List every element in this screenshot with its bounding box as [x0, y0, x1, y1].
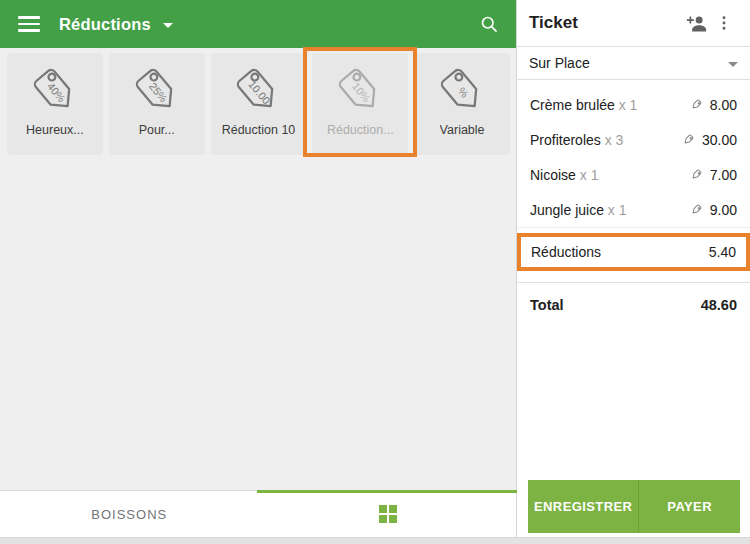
item-price: 30.00	[702, 132, 737, 148]
category-dropdown[interactable]: Réductions	[59, 15, 173, 34]
ticket-title: Ticket	[529, 13, 682, 33]
kebab-menu-icon	[715, 14, 733, 32]
svg-text:%: %	[456, 85, 472, 100]
item-qty: x 3	[605, 132, 624, 148]
pay-button[interactable]: PAYER	[639, 480, 740, 533]
item-name: Nicoise	[530, 167, 576, 183]
discount-tile-heureux[interactable]: 40% Heureux...	[8, 54, 102, 154]
pos-app: Réductions 40% Heureux...	[0, 0, 750, 544]
save-button[interactable]: ENREGISTRER	[528, 480, 639, 533]
search-button[interactable]	[473, 8, 505, 40]
discount-tile-grid: 40% Heureux... 25% Pour...	[0, 48, 517, 160]
discount-tile-label: Pour...	[139, 123, 175, 137]
discount-tile-pour[interactable]: 25% Pour...	[110, 54, 204, 154]
total-row: Total 48.60	[517, 283, 750, 327]
item-name: Jungle juice	[530, 202, 604, 218]
grid-icon	[379, 505, 397, 523]
bottom-edge-strip	[0, 537, 750, 544]
discount-tag-icon	[681, 132, 696, 147]
item-qty: x 1	[580, 167, 599, 183]
page-tab-bar: BOISSONS	[0, 490, 517, 537]
discount-tag-icon	[689, 167, 704, 182]
price-tag-icon: 10.00	[228, 60, 288, 122]
total-label: Total	[530, 297, 701, 313]
item-price: 9.00	[710, 202, 737, 218]
discount-tile-label: Heureux...	[26, 123, 84, 137]
item-name: Profiteroles	[530, 132, 601, 148]
ticket-item-row[interactable]: Crème brulée x 1 8.00	[517, 87, 750, 122]
divider	[517, 227, 750, 228]
ticket-item-row[interactable]: Nicoise x 1 7.00	[517, 157, 750, 192]
ticket-panel: Ticket Sur Place Crème brulée x 1	[516, 0, 750, 537]
chevron-down-icon	[163, 23, 173, 28]
discounts-label: Réductions	[531, 244, 709, 260]
discount-tile-label: Réduction 10	[222, 123, 296, 137]
total-amount: 48.60	[701, 297, 737, 313]
discount-tile-variable[interactable]: % Variable	[415, 54, 509, 154]
order-type-select[interactable]: Sur Place	[517, 47, 750, 80]
discount-tile-label: Variable	[440, 123, 485, 137]
price-tag-icon: 25%	[127, 60, 187, 122]
tab-label: BOISSONS	[91, 507, 167, 522]
app-bar: Réductions	[0, 0, 517, 48]
person-add-icon	[686, 13, 707, 34]
item-price: 8.00	[710, 97, 737, 113]
ticket-item-list: Crème brulée x 1 8.00 Profiteroles x 3 3…	[517, 80, 750, 227]
discount-tile-reduction-applied[interactable]: 10% Réduction...	[313, 54, 407, 154]
add-customer-button[interactable]	[682, 9, 710, 37]
discounts-total-row-highlighted[interactable]: Réductions 5.40	[517, 233, 750, 271]
discount-tile-label: Réduction...	[327, 123, 394, 137]
active-tab-indicator	[257, 490, 517, 493]
order-type-value: Sur Place	[529, 55, 728, 71]
item-qty: x 1	[608, 202, 627, 218]
item-qty: x 1	[619, 97, 638, 113]
tab-grid-active[interactable]	[259, 491, 518, 537]
price-tag-icon: 10%	[330, 60, 390, 122]
discounts-panel: Réductions 40% Heureux...	[0, 0, 517, 537]
page-title: Réductions	[59, 15, 151, 34]
menu-icon[interactable]	[18, 12, 40, 36]
discount-tag-icon	[689, 97, 704, 112]
ticket-item-row[interactable]: Profiteroles x 3 30.00	[517, 122, 750, 157]
chevron-down-icon	[728, 62, 738, 67]
ticket-menu-button[interactable]	[710, 9, 738, 37]
tab-boissons[interactable]: BOISSONS	[0, 491, 259, 537]
ticket-action-buttons: ENREGISTRER PAYER	[528, 480, 740, 533]
search-icon	[479, 14, 499, 34]
item-name: Crème brulée	[530, 97, 615, 113]
discounts-amount: 5.40	[709, 244, 736, 260]
discount-tag-icon	[689, 202, 704, 217]
price-tag-icon: %	[432, 60, 492, 122]
item-price: 7.00	[710, 167, 737, 183]
discount-tile-reduction-10[interactable]: 10.00 Réduction 10	[212, 54, 306, 154]
price-tag-icon: 40%	[25, 60, 85, 122]
ticket-item-row[interactable]: Jungle juice x 1 9.00	[517, 192, 750, 227]
ticket-header: Ticket	[517, 0, 750, 47]
